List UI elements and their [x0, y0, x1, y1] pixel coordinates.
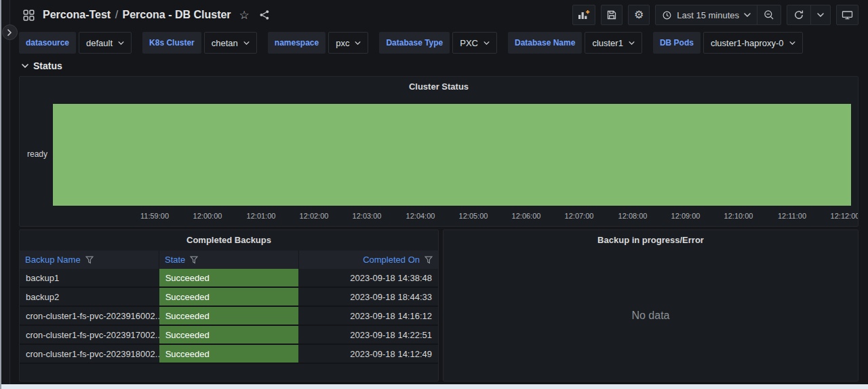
sidebar-expand-button[interactable] — [2, 24, 18, 40]
backup-name-cell: cron-cluster1-fs-pvc-2023918002... — [20, 345, 159, 363]
x-axis-tick: 12:07:00 — [565, 212, 594, 220]
column-header-backup-name[interactable]: Backup Name — [20, 251, 159, 269]
state-cell: Succeeded — [159, 345, 299, 363]
save-dashboard-button[interactable] — [601, 5, 623, 25]
variable-label: K8s Cluster — [142, 32, 201, 54]
refresh-interval-dropdown[interactable] — [810, 5, 830, 24]
breadcrumb-folder[interactable]: Percona-Test — [43, 9, 111, 20]
column-header-completed-on[interactable]: Completed On — [298, 251, 438, 269]
chevron-down-icon — [355, 41, 361, 45]
navbar-left: Percona-Test / Percona - DB Cluster ☆ — [22, 8, 271, 22]
variable-k8s-cluster: K8s Cluster chetan — [142, 32, 257, 54]
variable-label: namespace — [268, 32, 326, 54]
column-header-label: Completed On — [363, 255, 420, 265]
variable-selected-value: chetan — [212, 38, 238, 48]
variable-selected-value: PXC — [460, 38, 478, 48]
x-axis-tick: 11:59:00 — [140, 212, 169, 220]
panel-title[interactable]: Backup in progress/Error — [443, 230, 858, 251]
status-section-toggle[interactable]: Status — [10, 56, 868, 75]
backup-name-cell: cron-cluster1-fs-pvc-2023917002... — [20, 326, 159, 344]
variable-value-dropdown[interactable]: cluster1 — [585, 32, 642, 54]
chevron-right-icon — [7, 29, 13, 36]
variable-database-name: Database Name cluster1 — [508, 32, 642, 54]
state-cell: Succeeded — [159, 307, 299, 325]
chevron-down-icon — [817, 13, 824, 17]
refresh-dashboard-button[interactable] — [787, 5, 810, 24]
backups-table-header: Backup Name State Completed On — [20, 251, 438, 269]
variable-label: DB Pods — [653, 32, 701, 54]
x-axis-ticks: 11:59:00 12:00:00 12:01:00 12:02:00 12:0… — [20, 212, 858, 223]
variable-value-dropdown[interactable]: pxc — [328, 32, 368, 54]
save-icon — [606, 10, 617, 20]
completed-on-cell: 2023-09-18 18:44:33 — [298, 288, 438, 305]
backup-progress-panel: Backup in progress/Error No data — [443, 229, 859, 382]
x-axis-tick: 12:00:00 — [193, 212, 222, 220]
variable-database-type: Database Type PXC — [379, 32, 497, 54]
filter-funnel-icon[interactable] — [190, 256, 198, 264]
chevron-down-icon — [789, 41, 795, 45]
x-axis-tick: 12:08:00 — [618, 212, 648, 220]
chevron-down-icon — [22, 64, 28, 68]
clock-icon — [662, 10, 672, 20]
variable-label: datasource — [19, 32, 76, 54]
time-range-picker[interactable]: Last 15 minutes — [656, 5, 757, 24]
filter-funnel-icon[interactable] — [425, 256, 433, 264]
variable-value-dropdown[interactable]: default — [79, 32, 132, 54]
refresh-group — [787, 5, 831, 25]
x-axis-tick: 12:09:00 — [671, 212, 701, 220]
variable-selected-value: cluster1 — [592, 38, 623, 48]
column-header-label: State — [165, 255, 185, 265]
star-icon: ☆ — [239, 10, 250, 21]
backup-name-cell: backup2 — [20, 288, 159, 305]
refresh-icon — [793, 10, 804, 20]
dashboard-navbar: Percona-Test / Percona - DB Cluster ☆ — [10, 0, 868, 30]
variable-selected-value: default — [86, 38, 113, 48]
completed-on-cell: 2023-09-18 14:22:51 — [298, 326, 438, 344]
template-variables-row: datasource default K8s Cluster chetan na… — [10, 30, 868, 54]
backup-name-cell: backup1 — [20, 269, 159, 286]
variable-datasource: datasource default — [19, 32, 132, 54]
favorite-star-button[interactable]: ☆ — [238, 8, 251, 22]
time-zoom-out-button[interactable] — [757, 5, 781, 24]
navbar-toolbar: ⚙ Last 15 minutes — [572, 5, 859, 25]
x-axis-tick: 12:02:00 — [300, 212, 329, 220]
kiosk-mode-button[interactable] — [836, 5, 859, 25]
collapsed-nav-sidebar — [1, 0, 10, 389]
variable-value-dropdown[interactable]: chetan — [204, 32, 257, 54]
variable-label: Database Type — [379, 32, 450, 54]
window-bottom-edge — [1, 384, 868, 389]
variable-value-dropdown[interactable]: cluster1-haproxy-0 — [703, 32, 803, 54]
column-header-state[interactable]: State — [159, 251, 298, 269]
x-axis-tick: 12:06:00 — [512, 212, 541, 220]
x-axis-tick: 12:01:00 — [247, 212, 276, 220]
add-panel-button[interactable] — [572, 5, 595, 25]
completed-on-cell: 2023-09-18 14:38:48 — [298, 269, 438, 286]
cluster-status-panel: Cluster Status ready 11:59:00 12:00:00 1… — [19, 76, 859, 227]
share-dashboard-button[interactable] — [258, 8, 271, 22]
breadcrumb-separator: / — [114, 9, 119, 20]
x-axis-tick: 12:11:00 — [778, 212, 806, 220]
grafana-dashboard-page: { "colors": { "page_bg": "#141619", "pan… — [0, 0, 868, 389]
panel-title[interactable]: Cluster Status — [20, 81, 858, 92]
variable-value-dropdown[interactable]: PXC — [452, 32, 497, 54]
panel-title[interactable]: Completed Backups — [20, 230, 438, 251]
table-row: backup1 Succeeded 2023-09-18 14:38:48 — [20, 269, 438, 288]
section-title: Status — [33, 60, 62, 71]
chevron-down-icon — [484, 41, 490, 45]
time-picker-group: Last 15 minutes — [655, 5, 781, 25]
backup-name-cell: cron-cluster1-fs-pvc-2023916002... — [20, 307, 159, 325]
breadcrumb-dashboard-title[interactable]: Percona - DB Cluster — [123, 9, 231, 20]
dashboard-main: Percona-Test / Percona - DB Cluster ☆ — [10, 0, 868, 389]
table-row: cron-cluster1-fs-pvc-2023916002... Succe… — [20, 307, 438, 326]
dashboard-settings-button[interactable]: ⚙ — [628, 5, 650, 25]
table-row: cron-cluster1-fs-pvc-2023917002... Succe… — [20, 326, 438, 345]
filter-funnel-icon[interactable] — [85, 256, 94, 264]
column-header-label: Backup Name — [25, 255, 81, 265]
x-axis-tick: 12:05:00 — [459, 212, 488, 220]
x-axis-tick: 12:03:00 — [353, 212, 382, 220]
state-cell: Succeeded — [159, 269, 299, 286]
kiosk-tv-icon — [842, 10, 853, 20]
state-timeline-ready-bar[interactable] — [53, 104, 851, 206]
table-row: cron-cluster1-fs-pvc-2023918002... Succe… — [20, 345, 438, 364]
completed-backups-panel: Completed Backups Backup Name State Comp… — [19, 229, 439, 382]
